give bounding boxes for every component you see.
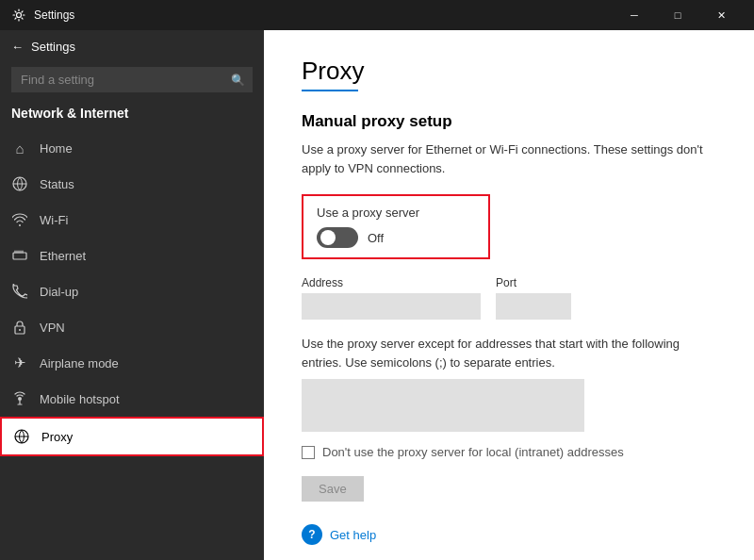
proxy-toggle[interactable] <box>317 227 358 248</box>
toggle-knob <box>320 230 336 245</box>
ethernet-icon <box>11 247 28 264</box>
settings-icon <box>11 8 26 23</box>
svg-rect-2 <box>13 253 26 259</box>
sidebar-item-hotspot[interactable]: Mobile hotspot <box>0 381 264 417</box>
no-local-checkbox[interactable] <box>302 446 315 459</box>
sidebar-back-button[interactable]: ← Settings <box>0 30 264 63</box>
sidebar-item-dialup[interactable]: Dial-up <box>0 273 264 309</box>
search-icon: 🔍 <box>231 74 245 87</box>
sidebar-item-proxy[interactable]: Proxy <box>0 417 264 456</box>
sidebar-item-label-hotspot: Mobile hotspot <box>40 392 120 406</box>
titlebar: Settings ─ □ ✕ <box>0 0 754 30</box>
address-port-row: Address Port <box>302 276 716 320</box>
save-button[interactable]: Save <box>302 476 364 502</box>
back-arrow-icon: ← <box>11 40 24 54</box>
back-label: Settings <box>31 40 75 54</box>
search-input[interactable] <box>11 67 253 92</box>
airplane-icon: ✈ <box>11 354 28 371</box>
sidebar-item-label-dialup: Dial-up <box>40 285 78 299</box>
sidebar-section-title: Network & Internet <box>0 100 264 130</box>
sidebar-search-container: 🔍 <box>11 67 253 92</box>
close-button[interactable]: ✕ <box>699 0 743 30</box>
content-area: Proxy Manual proxy setup Use a proxy ser… <box>264 30 754 560</box>
titlebar-controls: ─ □ ✕ <box>613 0 743 30</box>
sidebar-item-label-wifi: Wi-Fi <box>40 213 68 227</box>
maximize-button[interactable]: □ <box>656 0 699 30</box>
sidebar-item-label-proxy: Proxy <box>41 430 73 444</box>
section-desc: Use a proxy server for Ethernet or Wi-Fi… <box>302 140 716 177</box>
sidebar-item-label-airplane: Airplane mode <box>40 356 119 371</box>
exceptions-desc: Use the proxy server except for addresse… <box>302 335 716 371</box>
sidebar-item-label-status: Status <box>40 177 74 191</box>
hotspot-icon <box>11 390 28 407</box>
get-help-row: ? Get help <box>302 524 716 545</box>
minimize-button[interactable]: ─ <box>613 0 656 30</box>
page-title: Proxy <box>302 57 716 86</box>
wifi-icon <box>11 211 28 228</box>
exceptions-input <box>302 379 584 432</box>
proxy-icon <box>13 428 30 445</box>
no-local-label: Don't use the proxy server for local (in… <box>322 445 624 459</box>
toggle-row: Off <box>317 227 475 248</box>
main-container: ← Settings 🔍 Network & Internet ⌂ Home S… <box>0 30 754 560</box>
status-icon <box>11 175 28 192</box>
svg-point-0 <box>17 13 22 18</box>
get-help-icon: ? <box>302 524 322 545</box>
address-label: Address <box>302 276 481 289</box>
sidebar-item-label-ethernet: Ethernet <box>40 249 86 263</box>
port-label: Port <box>496 276 571 289</box>
sidebar-item-home[interactable]: ⌂ Home <box>0 130 264 166</box>
port-input <box>496 293 571 320</box>
sidebar-item-label-home: Home <box>40 141 73 156</box>
sidebar-item-label-vpn: VPN <box>40 321 65 335</box>
page-title-underline <box>302 90 358 91</box>
toggle-text: Off <box>368 231 384 245</box>
proxy-server-box: Use a proxy server Off <box>302 194 490 259</box>
vpn-icon <box>11 319 28 336</box>
get-help-link[interactable]: Get help <box>330 528 376 542</box>
svg-point-5 <box>18 397 22 401</box>
home-icon: ⌂ <box>11 140 28 156</box>
sidebar-item-wifi[interactable]: Wi-Fi <box>0 202 264 238</box>
port-field-group: Port <box>496 276 571 320</box>
section-title: Manual proxy setup <box>302 112 716 131</box>
sidebar: ← Settings 🔍 Network & Internet ⌂ Home S… <box>0 30 264 560</box>
use-proxy-label: Use a proxy server <box>317 206 475 220</box>
address-input <box>302 293 481 320</box>
no-local-row: Don't use the proxy server for local (in… <box>302 445 716 459</box>
sidebar-item-status[interactable]: Status <box>0 166 264 202</box>
address-field-group: Address <box>302 276 481 320</box>
sidebar-item-airplane[interactable]: ✈ Airplane mode <box>0 345 264 381</box>
dialup-icon <box>11 283 28 300</box>
titlebar-title: Settings <box>34 8 613 22</box>
sidebar-item-ethernet[interactable]: Ethernet <box>0 238 264 273</box>
sidebar-item-vpn[interactable]: VPN <box>0 309 264 345</box>
svg-point-4 <box>19 329 21 331</box>
